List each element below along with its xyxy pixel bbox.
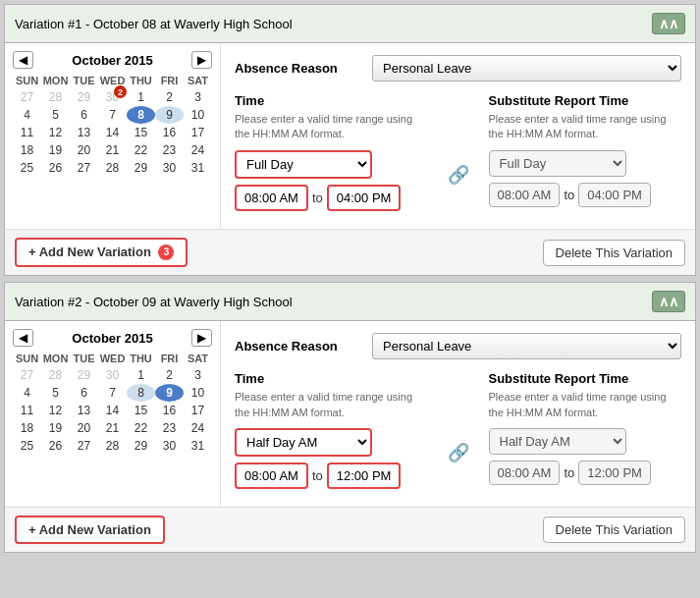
time-2-to[interactable]: 12:00 PM	[327, 462, 402, 489]
cal-day-cell[interactable]: 21	[98, 419, 127, 437]
cal-day-cell[interactable]: 8	[127, 106, 155, 124]
cal-day-cell[interactable]: 29	[70, 88, 98, 106]
day-type-1-select[interactable]: Full Day Half Day AM Half Day PM Custom	[235, 150, 372, 179]
cal-day-cell[interactable]: 3	[184, 88, 212, 106]
cal-day-cell[interactable]: 25	[13, 437, 41, 455]
cal-day-cell[interactable]: 5	[41, 384, 70, 402]
cal-day-cell[interactable]: 12	[41, 124, 70, 141]
cal-day-cell[interactable]: 13	[70, 402, 98, 419]
sub-2-col: Substitute Report Time Please enter a va…	[489, 371, 682, 495]
add-variation-button[interactable]: + Add New Variation 3	[15, 238, 188, 268]
collapse-2-button[interactable]: ∧∧	[652, 291, 685, 312]
cal-day-cell[interactable]: 26	[41, 437, 70, 455]
cal-day-cell[interactable]: 9	[155, 384, 184, 402]
time-2-inputs: 08:00 AM to 12:00 PM	[235, 462, 428, 489]
cal-day-cell[interactable]: 24	[184, 141, 212, 159]
cal-1-prev[interactable]: ◀	[13, 51, 33, 69]
cal-day-cell[interactable]: 4	[13, 106, 41, 124]
cal-day-cell[interactable]: 28	[98, 159, 127, 177]
cal-day-cell[interactable]: 10	[184, 384, 212, 402]
delete-1-button[interactable]: Delete This Variation	[543, 240, 685, 266]
cal-2-next[interactable]: ▶	[191, 329, 212, 347]
cal-day-cell[interactable]: 17	[184, 124, 212, 141]
time-2-from[interactable]: 08:00 AM	[235, 462, 308, 489]
cal-day-cell[interactable]: 15	[127, 124, 155, 141]
cal-day-cell[interactable]: 1	[127, 88, 155, 106]
cal-day-cell[interactable]: 27	[13, 88, 41, 106]
cal-day-cell[interactable]: 7	[98, 106, 127, 124]
sub-day-type-2-select[interactable]: Full Day Half Day AM	[489, 428, 626, 455]
cal-day-cell[interactable]: 20	[70, 419, 98, 437]
cal-day-cell[interactable]: 6	[70, 384, 98, 402]
cal-day-cell[interactable]: 3	[184, 366, 212, 384]
time-2-hint: Please enter a valid time range using th…	[235, 390, 428, 420]
cal-day-cell[interactable]: 28	[41, 88, 70, 106]
cal-day-cell[interactable]: 30	[98, 366, 127, 384]
cal-day-cell[interactable]: 5	[41, 106, 70, 124]
cal-day-cell[interactable]: 23	[155, 141, 184, 159]
variation-2-block: Variation #2 - October 09 at Waverly Hig…	[4, 282, 696, 553]
cal-day-cell[interactable]: 28	[41, 366, 70, 384]
cal-day-cell[interactable]: 4	[13, 384, 41, 402]
cal-2-prev[interactable]: ◀	[13, 329, 33, 347]
cal-day-cell[interactable]: 302	[98, 88, 127, 106]
cal-day-cell[interactable]: 31	[184, 437, 212, 455]
cal-day-cell[interactable]: 6	[70, 106, 98, 124]
absence-1-select[interactable]: Personal Leave Sick Leave Vacation	[372, 55, 681, 82]
cal-day-cell[interactable]: 22	[127, 141, 155, 159]
cal-day-cell[interactable]: 12	[41, 402, 70, 419]
cal-day-cell[interactable]: 26	[41, 159, 70, 177]
sub-day-type-1-select[interactable]: Full Day Half Day AM	[489, 150, 626, 177]
cal-day-cell[interactable]: 20	[70, 141, 98, 159]
cal-day-cell[interactable]: 10	[184, 106, 212, 124]
cal2-day-thu: THU	[127, 351, 155, 366]
link-2-icon[interactable]: 🔗	[448, 442, 469, 463]
time-1-from[interactable]: 08:00 AM	[235, 185, 308, 211]
cal-day-cell[interactable]: 27	[13, 366, 41, 384]
day-type-2-select[interactable]: Full Day Half Day AM Half Day PM Custom	[235, 428, 372, 457]
sub-to-2-text: to	[564, 465, 574, 480]
variation-1-right: Absence Reason Personal Leave Sick Leave…	[221, 43, 695, 229]
cal-day-cell[interactable]: 17	[184, 402, 212, 419]
absence-2-select[interactable]: Personal Leave Sick Leave Vacation	[372, 333, 681, 359]
cal-1-next[interactable]: ▶	[191, 51, 212, 69]
cal-day-cell[interactable]: 18	[13, 141, 41, 159]
cal-day-cell[interactable]: 22	[127, 419, 155, 437]
cal-day-cell[interactable]: 31	[184, 159, 212, 177]
cal-day-cell[interactable]: 18	[13, 419, 41, 437]
cal-day-cell[interactable]: 2	[155, 88, 184, 106]
cal-day-cell[interactable]: 19	[41, 141, 70, 159]
cal-day-cell[interactable]: 14	[98, 124, 127, 141]
cal-day-cell[interactable]: 29	[127, 159, 155, 177]
cal-day-cell[interactable]: 11	[13, 402, 41, 419]
add-variation-2-button[interactable]: + Add New Variation	[15, 516, 165, 544]
time-1-to[interactable]: 04:00 PM	[327, 185, 402, 211]
cal-day-cell[interactable]: 23	[155, 419, 184, 437]
link-1-icon[interactable]: 🔗	[448, 164, 469, 186]
delete-2-button[interactable]: Delete This Variation	[543, 516, 685, 543]
cal-day-cell[interactable]: 15	[127, 402, 155, 419]
cal-day-cell[interactable]: 29	[127, 437, 155, 455]
cal-day-cell[interactable]: 24	[184, 419, 212, 437]
cal-day-cell[interactable]: 2	[155, 366, 184, 384]
cal-day-cell[interactable]: 19	[41, 419, 70, 437]
cal-day-cell[interactable]: 27	[70, 159, 98, 177]
cal-day-cell[interactable]: 11	[13, 124, 41, 141]
cal-day-cell[interactable]: 27	[70, 437, 98, 455]
cal-day-cell[interactable]: 13	[70, 124, 98, 141]
cal-day-cell[interactable]: 16	[155, 124, 184, 141]
collapse-1-button[interactable]: ∧∧	[652, 13, 685, 34]
cal-day-cell[interactable]: 7	[98, 384, 127, 402]
cal-day-cell[interactable]: 14	[98, 402, 127, 419]
cal-day-cell[interactable]: 21	[98, 141, 127, 159]
cal-day-cell[interactable]: 30	[155, 437, 184, 455]
cal-day-cell[interactable]: 8	[127, 384, 155, 402]
cal-day-cell[interactable]: 9	[155, 106, 184, 124]
cal-day-cell[interactable]: 1	[127, 366, 155, 384]
cal-day-cell[interactable]: 25	[13, 159, 41, 177]
variation-1-footer: + Add New Variation 3 Delete This Variat…	[5, 229, 695, 276]
cal-day-cell[interactable]: 30	[155, 159, 184, 177]
cal-day-cell[interactable]: 29	[70, 366, 98, 384]
cal-day-cell[interactable]: 28	[98, 437, 127, 455]
cal-day-cell[interactable]: 16	[155, 402, 184, 419]
